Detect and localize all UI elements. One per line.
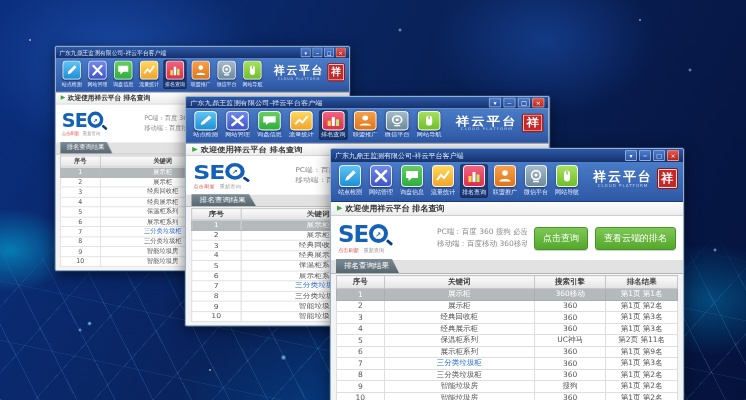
minimize-button[interactable]: ─ [639, 150, 651, 161]
tab-ranking-results[interactable]: 排名查询结果 [191, 194, 256, 206]
minimize-button[interactable]: ─ [312, 48, 322, 57]
close-button[interactable]: × [667, 150, 679, 161]
toolbar-item-site-check[interactable]: 站点检测 [191, 110, 220, 140]
magnifier-icon: ↗ [225, 163, 247, 182]
table-row[interactable]: 2展示柜360第1页 第2名 [337, 300, 678, 312]
brand-name: 祥云平台 [456, 115, 518, 126]
tab-bar: 排名查询结果 [331, 260, 683, 274]
toolbar-item-wechat[interactable]: 微信平台 [215, 60, 238, 89]
table-row[interactable]: 7三分类垃圾柜360第1页 第3名 [337, 358, 678, 370]
maximize-button[interactable]: □ [324, 48, 334, 57]
maximize-button[interactable]: □ [518, 98, 530, 108]
pin-button[interactable]: ▾ [301, 48, 311, 57]
col-header-rank[interactable]: 排名结果 [606, 276, 678, 289]
seo-logo-text: SE [338, 222, 368, 246]
table-row[interactable]: 8三分类垃圾柜360第1页 第2名 [337, 369, 678, 381]
title-bar[interactable]: 广东九鼎王监测有限公司-祥云平台客户端 ▾ ─ □ × [331, 149, 683, 162]
toolbar-item-site-nav[interactable]: 网站导航 [553, 164, 581, 198]
table-header-row: 序号 关键词 搜索引擎 排名结果 [337, 276, 678, 289]
cell-no: 7 [337, 358, 385, 370]
minimize-button[interactable]: ─ [503, 98, 515, 108]
cell-no: 5 [337, 335, 385, 347]
table-row[interactable]: 10智能垃圾房360第1页 第2名 [337, 392, 678, 400]
toolbar-item-site-manage[interactable]: 网站管理 [86, 60, 109, 89]
close-button[interactable]: × [336, 48, 346, 57]
toolbar-item-site-nav[interactable]: 网站导航 [415, 110, 444, 140]
toolbar-item-ranking[interactable]: 排名查询 [319, 110, 348, 140]
toolbar-item-alliance[interactable]: 联盟推广 [351, 110, 380, 140]
cell-rank: 第1页 第2名 [606, 381, 678, 393]
toolbar-item-label: 排名查询 [321, 132, 346, 139]
col-header-no[interactable]: 序号 [337, 276, 385, 289]
toolbar-item-ranking[interactable]: 排名查询 [460, 164, 488, 198]
toolbar-item-inquiry[interactable]: 询盘信息 [112, 60, 135, 89]
breadcrumb-icon: ▶ [192, 146, 198, 152]
cell-no: 3 [337, 312, 385, 324]
brand-area: 祥云平台 CLOUD PLATFORM 祥 [274, 60, 345, 82]
toolbar-item-site-manage[interactable]: 网站管理 [223, 110, 252, 140]
cell-keyword: 智能垃圾房 [384, 381, 534, 393]
toolbar-item-label: 联盟推广 [353, 132, 378, 139]
cell-no: 3 [192, 240, 241, 250]
toolbar-item-site-check[interactable]: 站点检测 [60, 60, 83, 89]
col-header-no[interactable]: 序号 [60, 156, 100, 167]
toolbar-item-traffic[interactable]: 流量统计 [137, 60, 160, 89]
table-row[interactable]: 4经典展示柜360第1页 第3名 [337, 323, 678, 335]
window-title: 广东九鼎王监测有限公司-祥云平台客户端 [59, 48, 166, 57]
title-bar[interactable]: 广东九鼎王监测有限公司-祥云平台客户端 ▾ ─ □ × [56, 47, 349, 58]
col-header-engine[interactable]: 搜索引擎 [534, 276, 606, 289]
query-button[interactable]: 点击查询 [534, 227, 588, 250]
maximize-button[interactable]: □ [653, 150, 665, 161]
brand-area: 祥云平台 CLOUD PLATFORM 祥 [456, 110, 544, 132]
toolbar-item-inquiry[interactable]: 询盘信息 [398, 164, 426, 198]
inquiry-icon [258, 111, 281, 130]
site-check-icon [62, 61, 80, 80]
col-header-no[interactable]: 序号 [192, 208, 241, 219]
toolbar-item-alliance[interactable]: 联盟推广 [491, 164, 519, 198]
seo-logo-text: SE [193, 161, 224, 182]
cell-engine: 360 [534, 300, 606, 312]
cell-keyword: 展示柜 [384, 300, 534, 312]
title-bar[interactable]: 广东九鼎王监测有限公司-祥云平台客户端 ▾ ─ □ × [186, 97, 549, 108]
table-row[interactable]: 3经典回收柜360第1页 第3名 [337, 312, 678, 324]
cell-no: 10 [337, 392, 385, 400]
toolbar-item-site-nav[interactable]: 网站导航 [241, 60, 264, 89]
pin-button[interactable]: ▾ [489, 98, 501, 108]
toolbar-item-ranking[interactable]: 排名查询 [163, 60, 186, 89]
cloud-ranking-button[interactable]: 查看云端的排名 [595, 227, 676, 250]
toolbar-item-wechat[interactable]: 微信平台 [522, 164, 550, 198]
cell-no: 10 [60, 256, 100, 266]
toolbar-item-label: 站点检测 [193, 132, 218, 139]
tab-ranking-results[interactable]: 排名查询结果 [336, 259, 399, 273]
toolbar-item-label: 网站管理 [369, 188, 393, 196]
app-window-3[interactable]: 广东九鼎王监测有限公司-祥云平台客户端 ▾ ─ □ × 站点检测 网站管理 [330, 148, 684, 400]
window-title: 广东九鼎王监测有限公司-祥云平台客户端 [335, 151, 464, 161]
toolbar-item-site-check[interactable]: 站点检测 [336, 164, 364, 198]
site-nav-icon [418, 111, 441, 130]
site-nav-icon [243, 61, 261, 80]
tab-ranking-results[interactable]: 排名查询结果 [60, 142, 112, 154]
toolbar-item-wechat[interactable]: 微信平台 [383, 110, 412, 140]
toolbar-item-label: 询盘信息 [113, 81, 133, 88]
toolbar-item-label: 流量统计 [289, 132, 314, 139]
breadcrumb-icon: ▶ [61, 95, 65, 101]
col-header-keyword[interactable]: 关键词 [384, 276, 534, 289]
close-button[interactable]: × [532, 98, 544, 108]
main-toolbar: 站点检测 网站管理 询盘信息 流量统计 排名查询 [331, 162, 683, 202]
table-row[interactable]: 9智能垃圾房搜狗第1页 第2名 [337, 381, 678, 393]
table-row[interactable]: 5保温柜系列UC神马第2页 第11名 [337, 335, 678, 347]
toolbar-item-traffic[interactable]: 流量统计 [429, 164, 457, 198]
toolbar-item-label: 排名查询 [462, 188, 486, 196]
table-row[interactable]: 6展示柜系列360第1页 第9名 [337, 346, 678, 358]
window-controls: ▾ ─ □ × [625, 150, 679, 161]
toolbar-item-traffic[interactable]: 流量统计 [287, 110, 316, 140]
toolbar-item-alliance[interactable]: 联盟推广 [189, 60, 212, 89]
toolbar-item-inquiry[interactable]: 询盘信息 [255, 110, 284, 140]
cell-keyword: 展示柜 [384, 289, 534, 301]
pin-button[interactable]: ▾ [625, 150, 637, 161]
site-check-icon [194, 111, 217, 130]
table-row[interactable]: 1展示柜360移动第1页 第1名 [337, 289, 678, 301]
toolbar-item-site-manage[interactable]: 网站管理 [367, 164, 395, 198]
cell-rank: 第1页 第1名 [606, 289, 678, 301]
cell-engine: 360 [534, 312, 606, 324]
